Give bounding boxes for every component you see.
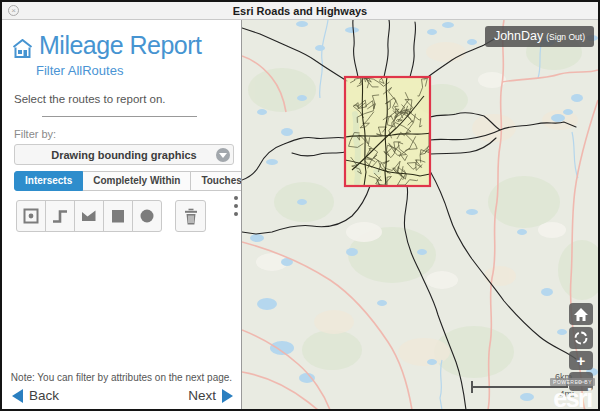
- tab-intersects[interactable]: Intersects: [14, 171, 83, 191]
- circle-icon: [138, 207, 156, 225]
- window-title: Esri Roads and Highways: [233, 5, 367, 17]
- home-extent-icon: [574, 308, 588, 321]
- back-arrow-icon: [12, 389, 23, 403]
- home-extent-button[interactable]: [569, 303, 593, 325]
- close-icon[interactable]: ×: [8, 5, 19, 16]
- draw-point-button[interactable]: [16, 200, 46, 232]
- page-title: Mileage Report: [39, 33, 202, 58]
- point-icon: [22, 207, 40, 225]
- back-button[interactable]: Back: [12, 388, 59, 403]
- spatial-relation-tabs: Intersects Completely Within Touches Edg…: [14, 171, 241, 191]
- clear-graphics-button[interactable]: [175, 200, 206, 232]
- trash-icon: [182, 207, 200, 226]
- user-sign-out-button[interactable]: JohnDay(Sign Out): [485, 26, 594, 47]
- routes-underline: [42, 116, 197, 117]
- home-icon: [12, 39, 33, 58]
- title-bar: × Esri Roads and Highways: [2, 2, 598, 20]
- draw-rectangle-button[interactable]: [103, 200, 133, 232]
- app-window: × Esri Roads and Highways Mileage Report…: [0, 0, 600, 411]
- next-label: Next: [188, 388, 216, 403]
- page-subtitle: Filter AllRoutes: [36, 63, 241, 78]
- scale-tick-left: [471, 381, 473, 393]
- map-canvas[interactable]: [242, 20, 598, 410]
- polyline-icon: [51, 207, 69, 225]
- filter-by-label: Filter by:: [14, 128, 241, 140]
- map-container: JohnDay(Sign Out) + −: [241, 20, 598, 410]
- tab-completely-within[interactable]: Completely Within: [82, 171, 191, 191]
- esri-logo: POWERED BY esri: [550, 370, 595, 409]
- rectangle-icon: [109, 207, 127, 225]
- next-button[interactable]: Next: [188, 388, 233, 403]
- locate-button[interactable]: [569, 327, 593, 349]
- mileage-report-panel: Mileage Report Filter AllRoutes Select t…: [2, 20, 241, 410]
- zoom-in-button[interactable]: +: [569, 351, 593, 370]
- esri-brand-label: esri: [550, 388, 595, 409]
- filter-method-dropdown[interactable]: Drawing bounding graphics: [14, 144, 234, 165]
- panel-resize-handle[interactable]: [234, 196, 238, 216]
- locate-icon: [573, 330, 589, 346]
- user-name: JohnDay: [494, 29, 543, 43]
- draw-toolbar: [16, 200, 241, 232]
- sign-out-label: (Sign Out): [546, 32, 585, 42]
- polygon-icon: [80, 207, 98, 225]
- chevron-down-icon[interactable]: [216, 148, 230, 162]
- back-label: Back: [29, 388, 59, 403]
- draw-polygon-button[interactable]: [74, 200, 104, 232]
- next-arrow-icon: [222, 389, 233, 403]
- zoom-in-label: +: [577, 353, 586, 368]
- instruction-text: Select the routes to report on.: [14, 93, 241, 105]
- footer-note: Note: You can filter by attributes on th…: [2, 372, 241, 383]
- dropdown-value: Drawing bounding graphics: [51, 149, 196, 161]
- draw-polyline-button[interactable]: [45, 200, 75, 232]
- draw-circle-button[interactable]: [132, 200, 162, 232]
